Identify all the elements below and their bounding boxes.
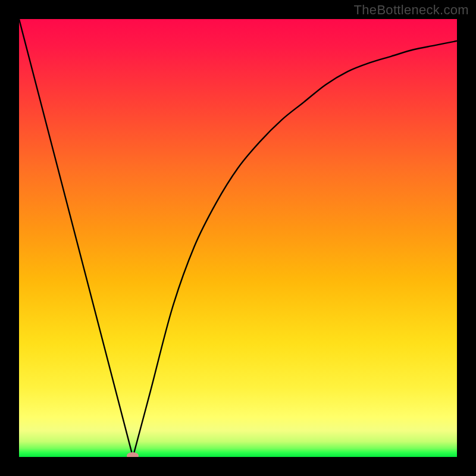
watermark-text: TheBottleneck.com — [354, 2, 469, 18]
minimum-marker — [127, 452, 139, 457]
plot-area — [19, 19, 457, 457]
bottleneck-curve — [19, 19, 457, 457]
chart-frame: TheBottleneck.com — [0, 0, 476, 476]
curve-path — [19, 19, 457, 457]
